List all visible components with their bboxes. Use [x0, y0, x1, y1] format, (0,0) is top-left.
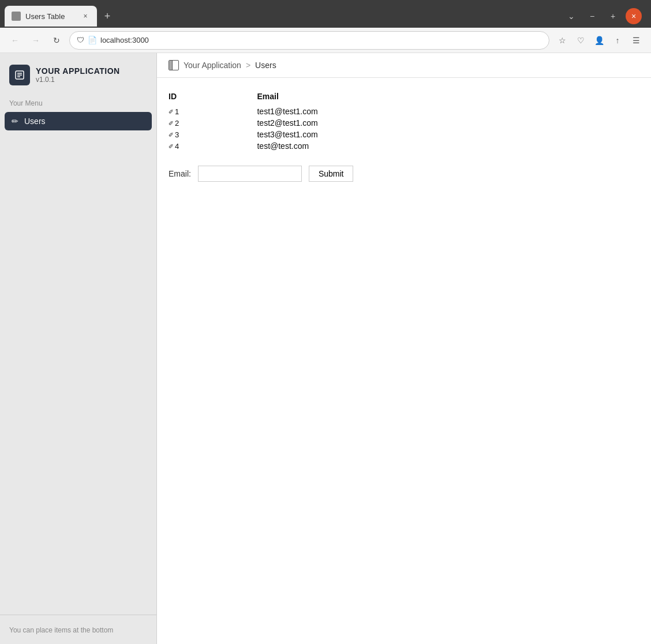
edit-icon[interactable]: ✏ [167, 107, 176, 116]
menu-button[interactable]: ☰ [628, 32, 644, 48]
sidebar-nav: ✏ Users [0, 110, 156, 133]
email-form-label: Email: [169, 169, 191, 178]
svg-rect-0 [13, 13, 19, 19]
tab-favicon [12, 12, 21, 21]
table-cell-email: test2@test1.com [257, 117, 639, 129]
browser-chrome: Users Table × + ⌄ − + × ← → ↻ 🛡 📄 localh… [0, 0, 651, 53]
main-content: Your Application > Users ID Email ✏1test… [157, 53, 651, 644]
table-cell-id: ✏1 [169, 106, 257, 117]
pocket-button[interactable]: ♡ [573, 32, 589, 48]
shield-icon: 🛡 [77, 36, 84, 44]
account-button[interactable]: 👤 [591, 32, 607, 48]
sidebar: YOUR APPLICATION v1.0.1 Your Menu ✏ User… [0, 53, 157, 644]
sidebar-item-users[interactable]: ✏ Users [5, 112, 152, 130]
email-input[interactable] [198, 166, 302, 182]
extensions-button[interactable]: ↑ [609, 32, 626, 48]
app-logo [9, 65, 30, 85]
edit-icon[interactable]: ✏ [167, 118, 176, 128]
restore-button[interactable]: + [605, 8, 621, 24]
active-tab: Users Table × [5, 6, 97, 27]
reload-button[interactable]: ↻ [48, 32, 65, 48]
sidebar-version: v1.0.1 [36, 76, 120, 84]
breadcrumb-app-link[interactable]: Your Application [184, 61, 241, 70]
tab-bar: Users Table × + ⌄ − + × [0, 0, 651, 28]
address-bar[interactable]: 🛡 📄 localhost:3000 [69, 31, 549, 50]
bookmark-button[interactable]: ☆ [554, 32, 570, 48]
breadcrumb-current-page: Users [255, 61, 276, 70]
id-column-header: ID [169, 89, 257, 106]
table-row: ✏3test3@test1.com [169, 129, 639, 140]
table-section: ID Email ✏1test1@test1.com✏2test2@test1.… [157, 78, 651, 163]
row-id: 4 [175, 142, 179, 151]
dropdown-button[interactable]: ⌄ [563, 8, 579, 24]
url-text: localhost:3000 [100, 36, 149, 44]
row-id: 1 [175, 107, 179, 116]
window-controls: ⌄ − + × [563, 8, 646, 24]
edit-icon[interactable]: ✏ [167, 141, 176, 151]
tab-close-button[interactable]: × [81, 12, 90, 21]
sidebar-menu-label: Your Menu [0, 95, 156, 110]
sidebar-bottom-text: You can place items at the bottom [9, 626, 113, 634]
row-id: 2 [175, 119, 179, 128]
form-section: Email: Submit [157, 163, 651, 193]
layout-icon-sidebar [169, 61, 173, 70]
submit-button[interactable]: Submit [309, 166, 354, 182]
navigation-bar: ← → ↻ 🛡 📄 localhost:3000 ☆ ♡ 👤 ↑ ☰ [0, 28, 651, 53]
back-button[interactable]: ← [7, 32, 23, 48]
app-container: YOUR APPLICATION v1.0.1 Your Menu ✏ User… [0, 53, 651, 644]
sidebar-bottom: You can place items at the bottom [0, 615, 156, 644]
tab-title: Users Table [25, 12, 76, 21]
table-row: ✏2test2@test1.com [169, 117, 639, 129]
forward-button[interactable]: → [28, 32, 44, 48]
page-icon: 📄 [88, 36, 97, 44]
table-row: ✏1test1@test1.com [169, 106, 639, 117]
sidebar-header: YOUR APPLICATION v1.0.1 [0, 53, 156, 95]
table-row: ✏4test@test.com [169, 140, 639, 152]
table-cell-id: ✏3 [169, 129, 257, 140]
table-cell-email: test@test.com [257, 140, 639, 152]
table-cell-id: ✏4 [169, 140, 257, 152]
nav-icons: ☆ ♡ 👤 ↑ ☰ [554, 32, 644, 48]
sidebar-app-info: YOUR APPLICATION v1.0.1 [36, 66, 120, 84]
sidebar-item-users-label: Users [24, 117, 46, 126]
edit-icon[interactable]: ✏ [167, 130, 176, 139]
breadcrumb-separator: > [246, 61, 250, 70]
layout-icon [169, 60, 179, 70]
minimize-button[interactable]: − [584, 8, 600, 24]
table-header-row: ID Email [169, 89, 639, 106]
new-tab-button[interactable]: + [99, 8, 115, 24]
users-table: ID Email ✏1test1@test1.com✏2test2@test1.… [169, 89, 639, 152]
sidebar-app-name: YOUR APPLICATION [36, 66, 120, 76]
table-cell-email: test3@test1.com [257, 129, 639, 140]
users-pencil-icon: ✏ [12, 117, 18, 126]
breadcrumb: Your Application > Users [157, 53, 651, 78]
table-cell-id: ✏2 [169, 117, 257, 129]
table-cell-email: test1@test1.com [257, 106, 639, 117]
email-column-header: Email [257, 89, 639, 106]
close-window-button[interactable]: × [626, 8, 642, 24]
row-id: 3 [175, 130, 179, 139]
